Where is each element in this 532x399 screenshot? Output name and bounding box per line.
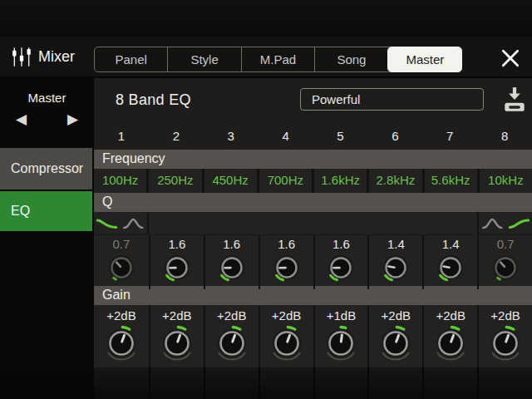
frequency-section-bar: Frequency xyxy=(94,150,532,169)
target-label: Master xyxy=(0,78,94,105)
target-selector: Master ◀ ▶ xyxy=(0,78,94,146)
q-knob-dial[interactable] xyxy=(260,251,313,289)
tab-song[interactable]: Song xyxy=(314,47,387,71)
gain-knob-band-7[interactable]: +2dB xyxy=(422,305,477,368)
channel-number-8: 8 xyxy=(477,125,532,150)
gain-value: +2dB xyxy=(369,308,422,323)
gain-knob-dial[interactable] xyxy=(369,323,422,367)
q-knob-band-1[interactable]: 0.7 xyxy=(94,235,149,289)
q-value: 1.6 xyxy=(150,237,204,251)
q-knob-band-5[interactable]: 1.6 xyxy=(313,235,368,289)
channel-number-5: 5 xyxy=(313,125,368,150)
gain-knob-band-2[interactable]: +2dB xyxy=(149,305,204,368)
sidebar-item-eq[interactable]: EQ xyxy=(0,191,92,231)
gain-knob-dial[interactable] xyxy=(315,323,368,367)
gain-knob-dial[interactable] xyxy=(150,323,204,367)
q-value: 0.7 xyxy=(479,237,532,251)
frequency-value-band-5[interactable]: 1.6kHz xyxy=(314,169,367,193)
frequency-value-band-1[interactable]: 100Hz xyxy=(94,169,146,193)
tab-panel[interactable]: Panel xyxy=(95,47,167,71)
gain-knob-band-1[interactable]: +2dB xyxy=(94,305,149,368)
peak-filter-icon[interactable] xyxy=(122,216,145,231)
q-knob-dial[interactable] xyxy=(94,251,149,289)
gain-knob-dial[interactable] xyxy=(205,323,259,367)
frequency-value-band-6[interactable]: 2.8kHz xyxy=(369,169,421,193)
q-value: 1.4 xyxy=(424,237,477,251)
sidebar: Master ◀ ▶ CompressorEQ xyxy=(0,78,94,367)
page-title: 8 Band EQ xyxy=(116,91,191,109)
tab-style[interactable]: Style xyxy=(167,47,240,71)
channel-number-3: 3 xyxy=(204,125,259,150)
q-knob-band-6[interactable]: 1.4 xyxy=(367,235,422,289)
q-knob-dial[interactable] xyxy=(479,251,532,289)
bottom-bezel xyxy=(0,367,532,399)
q-knob-band-3[interactable]: 1.6 xyxy=(204,235,259,289)
tab-mpad[interactable]: M.Pad xyxy=(241,47,314,71)
band8-filter-type-cell xyxy=(477,212,532,234)
gain-value: +2dB xyxy=(424,308,477,323)
q-knob-band-2[interactable]: 1.6 xyxy=(149,235,204,289)
shelf-up-filter-icon[interactable] xyxy=(508,216,530,231)
gain-value: +1dB xyxy=(315,308,368,323)
gain-knob-band-3[interactable]: +2dB xyxy=(204,305,259,368)
gain-knob-dial[interactable] xyxy=(260,323,313,367)
gain-value: +2dB xyxy=(150,308,204,323)
gain-value: +2dB xyxy=(479,308,532,323)
sidebar-items: CompressorEQ xyxy=(0,148,94,231)
q-value: 1.6 xyxy=(260,237,313,251)
title-bar: Mixer PanelStyleM.PadSongMaster xyxy=(0,37,532,78)
q-value: 1.6 xyxy=(315,237,368,251)
gain-knob-dial[interactable] xyxy=(94,323,149,367)
gain-knob-row: +2dB +2dB +2dB +2dB +1dB +2dB +2dB xyxy=(94,305,532,368)
tab-master[interactable]: Master xyxy=(388,47,461,71)
q-knob-dial[interactable] xyxy=(424,251,477,289)
eq-panel: 8 Band EQ Powerful 12345678 Frequency 10… xyxy=(94,78,532,367)
q-knob-dial[interactable] xyxy=(315,251,368,289)
tab-bar: PanelStyleM.PadSongMaster xyxy=(94,47,462,72)
q-knob-dial[interactable] xyxy=(205,251,259,289)
frequency-value-band-8[interactable]: 10kHz xyxy=(480,169,532,193)
q-knob-band-7[interactable]: 1.4 xyxy=(422,235,477,289)
channel-number-2: 2 xyxy=(149,125,204,150)
gain-knob-band-6[interactable]: +2dB xyxy=(367,305,422,368)
q-knob-band-4[interactable]: 1.6 xyxy=(259,235,313,289)
filter-row-spacer xyxy=(149,212,477,234)
shelf-down-filter-icon[interactable] xyxy=(96,216,118,231)
close-icon[interactable] xyxy=(500,47,521,69)
channel-number-6: 6 xyxy=(367,125,422,150)
channel-number-row: 12345678 xyxy=(94,125,532,150)
frequency-value-band-7[interactable]: 5.6kHz xyxy=(425,169,477,193)
sidebar-item-compressor[interactable]: Compressor xyxy=(0,148,92,190)
gain-knob-band-5[interactable]: +1dB xyxy=(313,305,368,368)
frequency-value-band-2[interactable]: 250Hz xyxy=(149,169,201,193)
prev-arrow-icon[interactable]: ◀ xyxy=(16,111,27,128)
q-knob-dial[interactable] xyxy=(150,251,204,289)
gain-knob-dial[interactable] xyxy=(479,323,532,367)
eq-header: 8 Band EQ Powerful xyxy=(94,78,532,125)
gain-value: +2dB xyxy=(205,308,259,323)
gain-knob-dial[interactable] xyxy=(424,323,477,367)
q-value: 1.6 xyxy=(205,237,259,251)
q-value: 1.4 xyxy=(369,237,422,251)
q-knob-row: 0.7 1.6 1.6 1.6 1.6 1.4 1.4 0.7 xyxy=(94,234,532,286)
app-title: Mixer xyxy=(38,37,75,76)
preset-select[interactable]: Powerful xyxy=(300,88,484,111)
frequency-value-band-4[interactable]: 700Hz xyxy=(259,169,312,193)
gain-value: +2dB xyxy=(94,308,149,323)
frequency-row: 100Hz250Hz450Hz700Hz1.6kHz2.8kHz5.6kHz10… xyxy=(94,169,532,193)
channel-number-4: 4 xyxy=(259,125,313,150)
q-knob-dial[interactable] xyxy=(369,251,422,289)
gain-knob-band-8[interactable]: +2dB xyxy=(477,305,532,368)
peak-filter-icon[interactable] xyxy=(481,216,504,231)
gain-value: +2dB xyxy=(260,308,313,323)
next-arrow-icon[interactable]: ▶ xyxy=(67,111,78,128)
mixer-screen: Mixer PanelStyleM.PadSongMaster Master ◀… xyxy=(0,0,532,399)
channel-number-7: 7 xyxy=(422,125,477,150)
q-section-bar: Q xyxy=(94,193,532,212)
save-icon[interactable] xyxy=(501,86,530,117)
band1-filter-type-cell xyxy=(94,212,149,234)
gain-knob-band-4[interactable]: +2dB xyxy=(259,305,313,368)
q-knob-band-8[interactable]: 0.7 xyxy=(477,235,532,289)
mixer-faders-icon xyxy=(11,46,32,71)
frequency-value-band-3[interactable]: 450Hz xyxy=(204,169,257,193)
